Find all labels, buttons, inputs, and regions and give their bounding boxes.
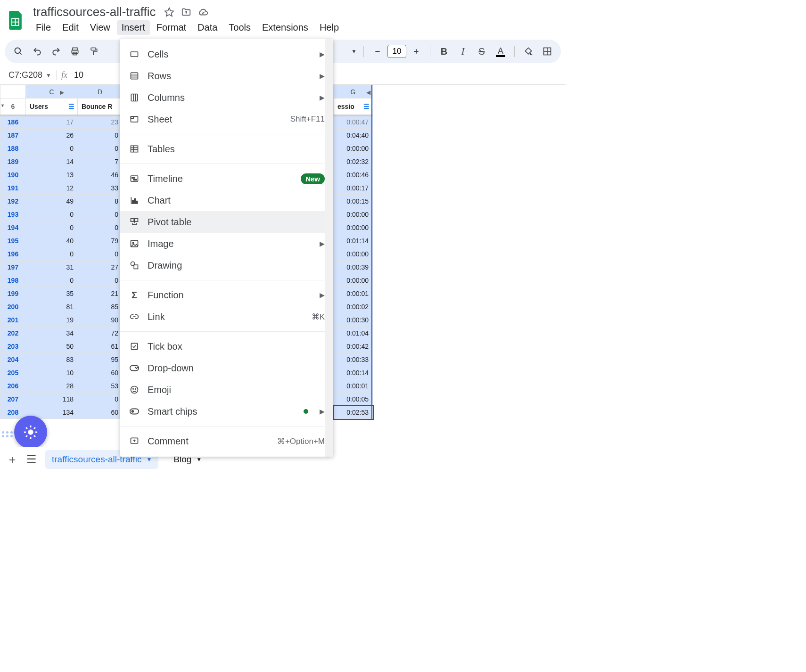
cell[interactable]: 0: [78, 274, 123, 287]
dropdown-scrollbar[interactable]: [325, 39, 333, 457]
font-family-caret-icon[interactable]: ▼: [351, 48, 357, 55]
menu-format[interactable]: Format: [152, 20, 191, 35]
assistant-fab[interactable]: [14, 416, 47, 449]
cell[interactable]: 85: [78, 300, 123, 313]
insert-timeline[interactable]: Timeline New: [120, 168, 333, 189]
cell[interactable]: 10: [26, 366, 78, 379]
scroll-left-icon[interactable]: ▶: [60, 89, 64, 96]
insert-emoji[interactable]: Emoji: [120, 379, 333, 401]
cell[interactable]: 14: [26, 155, 78, 168]
menu-help[interactable]: Help: [315, 20, 344, 35]
cell[interactable]: 8: [78, 195, 123, 208]
row-header[interactable]: 208: [0, 406, 26, 419]
header-users[interactable]: Users☰: [26, 98, 78, 115]
row-header[interactable]: 198: [0, 274, 26, 287]
cell[interactable]: 72: [78, 327, 123, 340]
filter-icon[interactable]: ☰: [68, 103, 74, 110]
insert-drawing[interactable]: Drawing: [120, 254, 333, 276]
cell[interactable]: 35: [26, 287, 78, 300]
cell[interactable]: 26: [26, 129, 78, 142]
insert-pivot-table[interactable]: Pivot table: [120, 211, 333, 233]
undo-icon[interactable]: [30, 44, 44, 58]
menu-file[interactable]: File: [31, 20, 56, 35]
col-header-c[interactable]: ▶ C: [26, 85, 78, 98]
cell[interactable]: 0:00:00: [334, 274, 373, 287]
filter-icon[interactable]: ☰: [363, 103, 370, 110]
star-icon[interactable]: [164, 7, 175, 18]
insert-link[interactable]: Link ⌘K: [120, 306, 333, 328]
row-header[interactable]: 195: [0, 234, 26, 247]
cell[interactable]: 60: [78, 366, 123, 379]
print-icon[interactable]: [68, 44, 82, 58]
menu-extensions[interactable]: Extensions: [257, 20, 313, 35]
italic-icon[interactable]: I: [456, 44, 470, 58]
cell[interactable]: 0:04:40: [334, 129, 373, 142]
row-header[interactable]: 201: [0, 313, 26, 327]
row-header[interactable]: 207: [0, 393, 26, 406]
insert-function[interactable]: Σ Function ▶: [120, 284, 333, 306]
cell[interactable]: 12: [26, 181, 78, 195]
cell[interactable]: 0:00:30: [334, 313, 373, 327]
row-header-6[interactable]: ▾ 6: [0, 98, 26, 115]
insert-tickbox[interactable]: Tick box: [120, 336, 333, 357]
font-size-decrease-icon[interactable]: [370, 44, 385, 58]
cell[interactable]: 0: [78, 142, 123, 155]
paint-format-icon[interactable]: [87, 44, 101, 58]
insert-dropdown[interactable]: Drop-down: [120, 357, 333, 379]
cell[interactable]: 27: [78, 261, 123, 274]
row-header[interactable]: 197: [0, 261, 26, 274]
cell[interactable]: 19: [26, 313, 78, 327]
cell[interactable]: 118: [26, 393, 78, 406]
cell[interactable]: 31: [26, 261, 78, 274]
cell[interactable]: 50: [26, 340, 78, 353]
row-header[interactable]: 205: [0, 366, 26, 379]
formula-bar-value[interactable]: 10: [72, 70, 83, 80]
row-header[interactable]: 191: [0, 181, 26, 195]
cell[interactable]: 79: [78, 234, 123, 247]
insert-chart[interactable]: Chart: [120, 189, 333, 211]
row-header[interactable]: 199: [0, 287, 26, 300]
cell[interactable]: 0: [78, 393, 123, 406]
cell[interactable]: 0:00:46: [334, 168, 373, 181]
cell[interactable]: 0: [26, 221, 78, 234]
font-size-increase-icon[interactable]: [409, 44, 423, 58]
insert-columns[interactable]: Columns ▶: [120, 87, 333, 108]
text-color-icon[interactable]: A: [493, 44, 508, 58]
redo-icon[interactable]: [49, 44, 63, 58]
row-header[interactable]: 186: [0, 115, 26, 129]
insert-tables[interactable]: Tables: [120, 138, 333, 160]
cell[interactable]: 0: [26, 208, 78, 221]
cell[interactable]: 46: [78, 168, 123, 181]
insert-cells[interactable]: Cells ▶: [120, 43, 333, 65]
cell[interactable]: 0:00:02: [334, 300, 373, 313]
all-sheets-icon[interactable]: ☰: [26, 453, 37, 466]
cell[interactable]: 90: [78, 313, 123, 327]
insert-smart-chips[interactable]: Smart chips ▶: [120, 401, 333, 422]
insert-image[interactable]: Image ▶: [120, 233, 333, 254]
row-header[interactable]: 204: [0, 353, 26, 366]
cell[interactable]: 0:02:32: [334, 155, 373, 168]
insert-rows[interactable]: Rows ▶: [120, 65, 333, 87]
font-size-input[interactable]: [387, 45, 406, 58]
col-header-d[interactable]: D: [78, 85, 123, 98]
cell[interactable]: 49: [26, 195, 78, 208]
cell[interactable]: 28: [26, 379, 78, 393]
cell[interactable]: 0:01:14: [334, 234, 373, 247]
strikethrough-icon[interactable]: S: [475, 44, 489, 58]
cell[interactable]: 33: [78, 181, 123, 195]
cell[interactable]: 13: [26, 168, 78, 181]
cell[interactable]: 0: [78, 129, 123, 142]
select-all-corner[interactable]: [0, 85, 26, 98]
move-folder-icon[interactable]: [181, 7, 192, 18]
insert-sheet[interactable]: Sheet Shift+F11: [120, 108, 333, 130]
cell[interactable]: 0:00:17: [334, 181, 373, 195]
row-header[interactable]: 189: [0, 155, 26, 168]
cell[interactable]: 0: [26, 247, 78, 261]
col-header-g[interactable]: G ◀: [334, 85, 373, 98]
scroll-right-icon[interactable]: ◀: [366, 89, 370, 96]
cell[interactable]: 81: [26, 300, 78, 313]
menu-tools[interactable]: Tools: [224, 20, 255, 35]
cell[interactable]: 95: [78, 353, 123, 366]
cell[interactable]: 0: [78, 208, 123, 221]
add-sheet-icon[interactable]: ＋: [7, 452, 18, 467]
